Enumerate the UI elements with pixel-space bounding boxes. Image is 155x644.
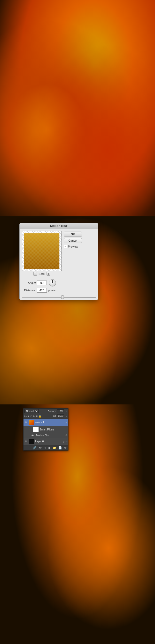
new-group-button[interactable]: 📁 [52,446,57,450]
layer-badge-colors1: ⊙ [64,421,67,424]
angle-row: Angle: [22,279,96,286]
link-layers-button[interactable]: 🔗 [32,446,37,450]
distance-input[interactable] [37,288,47,293]
preview-image [24,233,59,269]
zoom-out-button[interactable]: − [33,272,37,276]
layer-thumb-layer0 [29,439,34,444]
add-style-button[interactable]: ƒx [38,446,42,450]
dialog-preview-area: − 100% + [22,231,62,276]
preview-checkbox[interactable]: ✓ [64,245,67,248]
opacity-arrow: ▾ [65,410,67,412]
lock-icon-3: ⊞ [36,415,38,418]
fx-icon-motion: ⚙ [65,434,67,437]
dialog-right-controls: OK Cancel ✓ Preview [64,231,96,276]
eye-icon-layer0: 👁 [25,440,27,443]
layer-thumb-colors1 [29,420,34,425]
preview-controls: − 100% + [22,272,62,276]
new-layer-button[interactable]: 📄 [58,446,63,450]
motion-blur-dialog: Motion Blur − 100% + OK Cancel ✓ Preview [19,223,98,300]
distance-unit: pixels [48,289,56,292]
lock-icon-1: □ [31,415,32,418]
ok-button[interactable]: OK [64,232,82,237]
fill-input[interactable] [57,414,64,418]
lock-label: Lock: [24,415,30,418]
delete-layer-button[interactable]: 🗑 [64,446,67,450]
eye-icon-colors1: 👁 [25,421,27,424]
eye-icon-motion: 👁 [31,434,34,437]
zoom-in-button[interactable]: + [47,272,50,276]
dialog-title: Motion Blur [50,224,67,228]
distance-slider-track[interactable] [22,297,96,298]
layer-visibility-layer0[interactable]: 👁 [24,440,28,443]
layer-thumb-smart [33,427,39,432]
distance-slider-thumb[interactable] [61,295,64,299]
layers-mode-select[interactable]: Normal [24,409,39,413]
layers-lock-row: Lock: □ ✥ ⊞ 🔒 Fill: ▾ [24,414,68,419]
layer-name-smart-filters: Smart Filters [40,428,67,431]
layer-item-layer0[interactable]: 👁 Layer 0 ƒx ▾ [24,438,68,445]
add-mask-button[interactable]: ◻ [43,446,47,450]
layer-item-smart-filters[interactable]: Smart Filters [24,426,68,433]
background-top [0,0,155,216]
fx-icon-layer0: ƒx [63,440,66,443]
distance-slider-row [20,297,98,298]
layer-visibility-colors1[interactable]: 👁 [24,421,28,424]
layer-visibility-smart[interactable] [29,428,32,431]
distance-label: Distance: [22,289,36,292]
angle-dial[interactable] [49,279,56,286]
angle-label: Angle: [22,281,36,284]
cancel-button[interactable]: Cancel [64,238,82,243]
opacity-input[interactable] [57,409,64,413]
layers-panel: Normal Opacity: ▾ Lock: □ ✥ ⊞ 🔒 Fill: ▾ … [23,408,68,451]
layer-visibility-motion[interactable]: 👁 [31,434,34,437]
fill-label: Fill: [53,415,56,418]
preview-checkbox-label: Preview [68,245,78,248]
lock-icon-2: ✥ [33,415,35,418]
angle-input[interactable] [37,281,47,285]
layers-bottom-controls: 🔗 ƒx ◻ ◑ 📁 📄 🗑 [24,445,68,450]
preview-box [22,231,62,271]
layer-name-colors1: colors 1 [35,421,64,424]
dialog-titlebar: Motion Blur [20,223,98,229]
zoom-level: 100% [38,273,45,275]
distance-row: Distance: pixels [22,288,96,293]
preview-checkbox-row: ✓ Preview [64,245,96,248]
layer0-arrow: ▾ [66,440,67,443]
dialog-body: − 100% + OK Cancel ✓ Preview [20,229,98,278]
layer-name-layer0: Layer 0 [35,440,62,443]
layer-name-motion-blur: Motion Blur [35,434,65,437]
fill-arrow: ▾ [65,415,67,418]
lock-icon-4: 🔒 [38,415,41,418]
layer-item-colors1[interactable]: 👁 colors 1 ⊙ [24,419,68,426]
layer-item-motion-blur[interactable]: 👁 Motion Blur ⚙ [24,433,68,438]
dialog-params: Angle: Distance: pixels [20,278,98,296]
layers-top-row: Normal Opacity: ▾ [24,409,68,414]
opacity-label: Opacity: [48,410,56,412]
new-adjustment-button[interactable]: ◑ [48,446,51,450]
